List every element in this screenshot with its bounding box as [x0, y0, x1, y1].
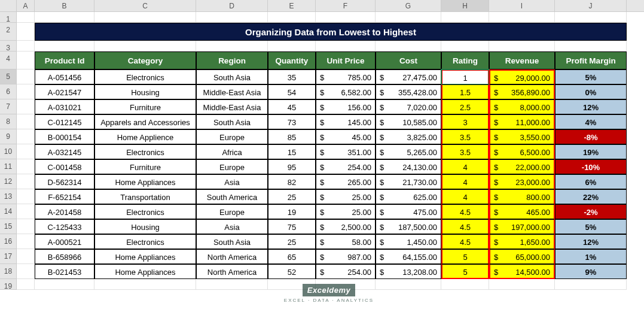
cell-quantity[interactable]: 45	[268, 99, 316, 114]
row-header-2[interactable]: 2	[0, 23, 17, 41]
cell-category[interactable]: Electronics	[94, 69, 196, 84]
cell[interactable]	[17, 264, 35, 279]
table-header[interactable]: Product Id	[35, 52, 94, 69]
cell-rating[interactable]: 3.5	[441, 144, 489, 159]
title-cell[interactable]: Organizing Data from Lowest to Highest	[35, 23, 627, 41]
cell[interactable]	[489, 12, 555, 23]
cell-unit-price[interactable]: $25.00	[316, 204, 376, 219]
row-header-5[interactable]: 5	[0, 69, 17, 84]
cell-unit-price[interactable]: $6,582.00	[316, 84, 376, 99]
cell-region[interactable]: Asia	[196, 219, 268, 234]
cell-cost[interactable]: $7,020.00	[376, 99, 441, 114]
table-header[interactable]: Rating	[441, 52, 489, 69]
cell-rating[interactable]: 4.5	[441, 219, 489, 234]
cell[interactable]	[196, 279, 268, 290]
cell-region[interactable]: Africa	[196, 144, 268, 159]
cell[interactable]	[376, 12, 441, 23]
cell-cost[interactable]: $355,428.00	[376, 84, 441, 99]
row-header-11[interactable]: 11	[0, 159, 17, 174]
cell[interactable]	[316, 41, 376, 52]
cell-revenue[interactable]: $6,500.00	[489, 144, 555, 159]
cell-unit-price[interactable]: $58.00	[316, 234, 376, 249]
column-header-I[interactable]: I	[489, 0, 555, 11]
cell-unit-price[interactable]: $254.00	[316, 159, 376, 174]
cell[interactable]	[17, 249, 35, 264]
cell-product-id[interactable]: F-652154	[35, 189, 94, 204]
cell-profit-margin[interactable]: 5%	[555, 219, 627, 234]
cell-profit-margin[interactable]: 5%	[555, 69, 627, 84]
cell-category[interactable]: Home Appliances	[94, 264, 196, 279]
cell-profit-margin[interactable]: -8%	[555, 129, 627, 144]
cell[interactable]	[17, 204, 35, 219]
cell-quantity[interactable]: 35	[268, 69, 316, 84]
cell[interactable]	[17, 41, 35, 52]
cell-unit-price[interactable]: $145.00	[316, 114, 376, 129]
row-header-13[interactable]: 13	[0, 189, 17, 204]
cell-cost[interactable]: $24,130.00	[376, 159, 441, 174]
cell-quantity[interactable]: 75	[268, 219, 316, 234]
cell-category[interactable]: Transportation	[94, 189, 196, 204]
cell-category[interactable]: Electronics	[94, 234, 196, 249]
cell-cost[interactable]: $13,208.00	[376, 264, 441, 279]
cell-region[interactable]: Middle-East Asia	[196, 84, 268, 99]
row-header-15[interactable]: 15	[0, 219, 17, 234]
row-header-17[interactable]: 17	[0, 249, 17, 264]
cell[interactable]	[17, 69, 35, 84]
cell[interactable]	[555, 12, 627, 23]
cell[interactable]	[376, 41, 441, 52]
row-header-1[interactable]: 1	[0, 12, 17, 23]
cell-rating[interactable]: 2.5	[441, 99, 489, 114]
row-header-7[interactable]: 7	[0, 99, 17, 114]
cell[interactable]	[17, 23, 35, 41]
cell-unit-price[interactable]: $25.00	[316, 189, 376, 204]
cell[interactable]	[17, 189, 35, 204]
cell-rating[interactable]: 1.5	[441, 84, 489, 99]
cell-rating[interactable]: 4	[441, 174, 489, 189]
cell-unit-price[interactable]: $265.00	[316, 174, 376, 189]
cell-category[interactable]: Electronics	[94, 144, 196, 159]
cell-category[interactable]: Electronics	[94, 204, 196, 219]
cell-product-id[interactable]: C-125433	[35, 219, 94, 234]
cell[interactable]	[17, 99, 35, 114]
row-header-16[interactable]: 16	[0, 234, 17, 249]
cell-unit-price[interactable]: $987.00	[316, 249, 376, 264]
cell-profit-margin[interactable]: 19%	[555, 144, 627, 159]
column-header-H[interactable]: H	[441, 0, 489, 11]
cell-region[interactable]: South Asia	[196, 69, 268, 84]
cell-revenue[interactable]: $29,000.00	[489, 69, 555, 84]
cell-region[interactable]: South Asia	[196, 114, 268, 129]
cell[interactable]	[17, 114, 35, 129]
cell[interactable]	[441, 279, 489, 290]
cell-product-id[interactable]: A-000521	[35, 234, 94, 249]
cell-product-id[interactable]: B-000154	[35, 129, 94, 144]
cell[interactable]	[17, 129, 35, 144]
column-header-A[interactable]: A	[17, 0, 35, 11]
cell-product-id[interactable]: D-562314	[35, 174, 94, 189]
column-header-C[interactable]: C	[94, 0, 196, 11]
row-header-4[interactable]: 4	[0, 52, 17, 69]
cell-region[interactable]: North America	[196, 264, 268, 279]
cell-cost[interactable]: $1,450.00	[376, 234, 441, 249]
cell-quantity[interactable]: 19	[268, 204, 316, 219]
select-all-corner[interactable]	[0, 0, 17, 11]
column-header-G[interactable]: G	[376, 0, 441, 11]
cell[interactable]	[94, 41, 196, 52]
cell-quantity[interactable]: 25	[268, 189, 316, 204]
cell-cost[interactable]: $10,585.00	[376, 114, 441, 129]
cell-rating[interactable]: 3	[441, 114, 489, 129]
cell-region[interactable]: Europe	[196, 129, 268, 144]
cell-product-id[interactable]: C-001458	[35, 159, 94, 174]
cell-product-id[interactable]: A-032145	[35, 144, 94, 159]
cell[interactable]	[17, 52, 35, 69]
cell-revenue[interactable]: $22,000.00	[489, 159, 555, 174]
cell-category[interactable]: Housing	[94, 84, 196, 99]
cell-rating[interactable]: 1	[441, 69, 489, 84]
cell-cost[interactable]: $21,730.00	[376, 174, 441, 189]
cell-quantity[interactable]: 65	[268, 249, 316, 264]
cell-quantity[interactable]: 85	[268, 129, 316, 144]
cell-region[interactable]: South Asia	[196, 234, 268, 249]
cell[interactable]	[441, 41, 489, 52]
table-header[interactable]: Quantity	[268, 52, 316, 69]
cell[interactable]	[196, 41, 268, 52]
cell[interactable]	[489, 279, 555, 290]
